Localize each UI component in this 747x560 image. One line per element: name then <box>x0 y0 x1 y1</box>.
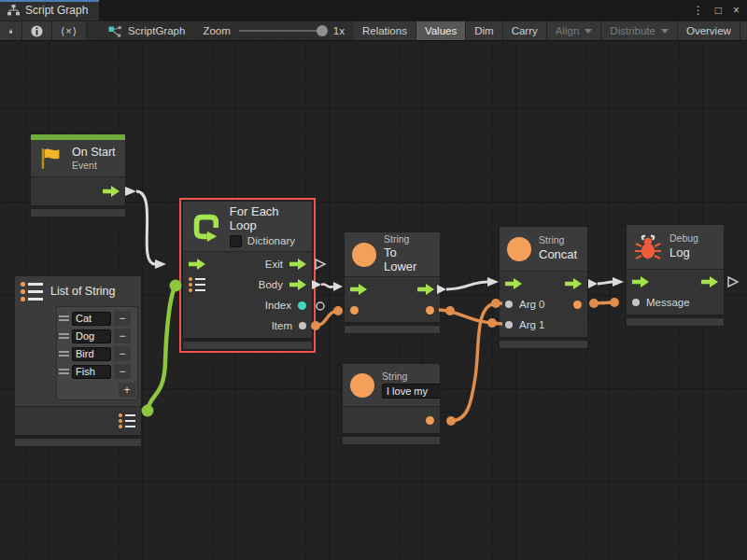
remove-item-button[interactable]: − <box>114 329 131 343</box>
window-menu-icon[interactable]: ⋮ <box>693 5 704 16</box>
node-for-each-loop[interactable]: For Each Loop Dictionary Exit <box>182 201 313 350</box>
index-unconnected-circle <box>317 302 324 310</box>
string-type-icon <box>507 237 531 261</box>
control-output-port[interactable] <box>565 278 582 289</box>
node-title: Concat <box>539 248 577 262</box>
dictionary-checkbox[interactable] <box>230 235 242 247</box>
code-view-button[interactable]: ⟨×⟩ <box>52 21 87 40</box>
distribute-dropdown[interactable]: Distribute <box>601 21 678 40</box>
string-output-port[interactable] <box>426 306 434 315</box>
list-item-input[interactable] <box>72 365 111 379</box>
wire-onstart-to-foreach <box>125 187 166 269</box>
list-item-input[interactable] <box>72 329 111 343</box>
dim-button[interactable]: Dim <box>466 21 502 40</box>
control-output-port[interactable] <box>103 186 120 197</box>
graph-toolbar: ⟨×⟩ ScriptGraph Zoom 1x Relations Values… <box>0 21 747 41</box>
list-item-input[interactable] <box>72 312 111 326</box>
port-label-arg1: Arg 1 <box>519 319 545 330</box>
values-button[interactable]: Values <box>416 21 466 40</box>
list-output-port[interactable] <box>119 413 135 428</box>
node-title: Log <box>669 246 698 260</box>
list-item-row: − <box>59 345 135 362</box>
item-output-port[interactable] <box>299 322 306 329</box>
graph-breadcrumb[interactable]: ScriptGraph <box>100 21 193 40</box>
port-label-index: Index <box>265 300 291 311</box>
graph-tab-icon <box>7 5 20 16</box>
node-title: List of String <box>50 285 115 298</box>
chevron-down-icon <box>585 29 592 34</box>
zoom-slider-handle[interactable] <box>317 25 328 36</box>
wire-item-to-tolower <box>311 306 343 330</box>
dictionary-label: Dictionary <box>247 235 295 246</box>
control-input-port[interactable] <box>350 284 367 295</box>
node-footer <box>30 208 126 217</box>
control-input-port[interactable] <box>189 259 205 270</box>
node-type-label: String <box>384 234 432 245</box>
relations-button[interactable]: Relations <box>354 21 416 40</box>
arg0-input-port[interactable] <box>505 301 513 308</box>
control-input-port[interactable] <box>505 278 522 289</box>
remove-item-button[interactable]: − <box>114 311 131 326</box>
tab-title: Script Graph <box>25 4 88 17</box>
wire-body-to-tolower <box>312 280 343 291</box>
message-input-port[interactable] <box>632 299 640 306</box>
code-icon: ⟨×⟩ <box>61 25 78 37</box>
node-footer <box>14 438 142 447</box>
lock-button[interactable] <box>0 21 22 40</box>
zoom-control: Zoom 1x <box>193 21 354 40</box>
control-output-port[interactable] <box>417 284 434 295</box>
drag-handle-icon[interactable] <box>59 351 69 357</box>
node-type-label: Debug <box>669 233 698 245</box>
node-footer <box>342 436 441 445</box>
add-item-button[interactable]: + <box>119 383 135 398</box>
string-value-input[interactable] <box>382 384 441 399</box>
remove-item-button[interactable]: − <box>114 346 131 361</box>
string-output-port[interactable] <box>426 416 434 425</box>
body-output-port[interactable] <box>289 279 306 290</box>
fullscreen-button[interactable]: Full Screen <box>740 21 747 40</box>
node-string-literal[interactable]: String <box>342 363 441 445</box>
node-title: To Lower <box>384 246 432 274</box>
list-editor: − − − <box>56 306 138 400</box>
overview-button[interactable]: Overview <box>678 21 740 40</box>
drag-handle-icon[interactable] <box>59 315 69 321</box>
carry-button[interactable]: Carry <box>503 21 547 40</box>
string-type-icon <box>350 373 374 398</box>
port-label-item: Item <box>272 320 292 331</box>
index-output-port[interactable] <box>298 301 306 310</box>
node-type-label: String <box>539 235 577 246</box>
node-on-start[interactable]: On Start Event <box>30 133 126 217</box>
string-output-port[interactable] <box>573 301 582 309</box>
node-footer <box>499 340 588 349</box>
drag-handle-icon[interactable] <box>59 333 69 339</box>
node-string-to-lower[interactable]: String To Lower <box>344 231 441 334</box>
graph-canvas[interactable]: On Start Event <box>0 41 747 560</box>
tab-script-graph[interactable]: Script Graph <box>0 0 99 21</box>
node-title: For Each Loop <box>230 205 304 233</box>
wire-tolower-to-arg1 <box>439 306 502 328</box>
control-output-port[interactable] <box>701 276 718 287</box>
string-input-port[interactable] <box>350 306 359 315</box>
remove-item-button[interactable]: − <box>114 364 131 379</box>
port-label-body: Body <box>259 279 283 290</box>
node-list-of-string[interactable]: List of String − − <box>14 275 142 447</box>
exit-output-port[interactable] <box>289 259 306 270</box>
node-string-concat[interactable]: String Concat Arg 0 <box>499 226 588 349</box>
window-maximize-icon[interactable]: □ <box>715 5 722 16</box>
loop-icon <box>190 210 222 244</box>
port-label-message: Message <box>646 297 690 308</box>
window-close-icon[interactable]: × <box>733 5 740 16</box>
unity-script-graph-window: Script Graph ⋮ □ × ⟨×⟩ <box>0 0 747 560</box>
control-input-port[interactable] <box>632 276 649 287</box>
wire-concat-to-message <box>589 298 619 308</box>
arg1-input-port[interactable] <box>505 321 513 329</box>
align-dropdown[interactable]: Align <box>547 21 602 40</box>
zoom-slider[interactable] <box>239 30 325 32</box>
collection-input-port[interactable] <box>189 277 205 292</box>
list-item-input[interactable] <box>72 347 111 361</box>
node-debug-log[interactable]: Debug Log Message <box>626 224 725 327</box>
zoom-label: Zoom <box>203 25 230 36</box>
drag-handle-icon[interactable] <box>59 369 69 374</box>
info-button[interactable] <box>22 21 52 40</box>
bug-icon <box>634 233 662 261</box>
